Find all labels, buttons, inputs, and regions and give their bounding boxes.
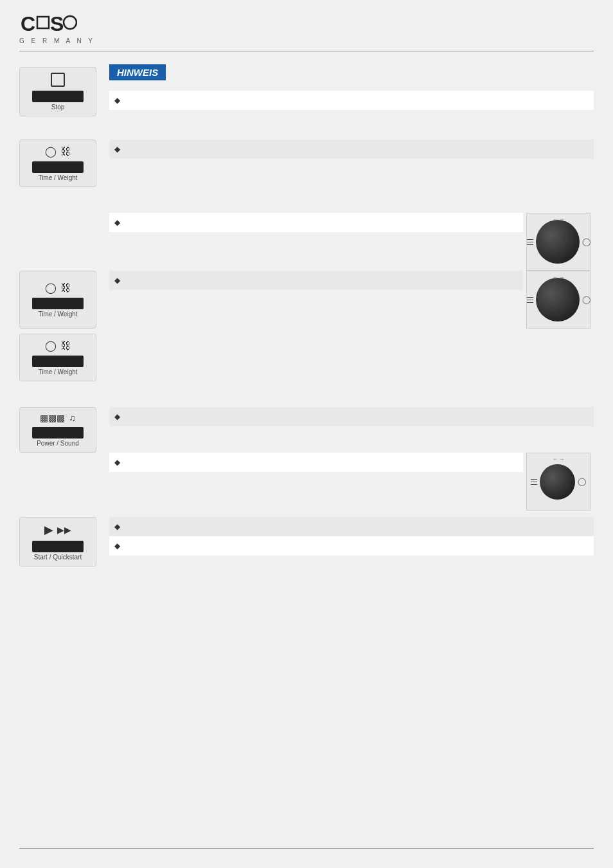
- ps-row-1: ◆: [109, 407, 594, 426]
- tw2-btn-row: ◯ ⛓ Time / Weight ◆ ← →: [19, 271, 594, 329]
- knob1-line3: [527, 244, 533, 245]
- sq-label: Start / Quickstart: [34, 554, 82, 561]
- knob3-inner: ◯: [531, 464, 586, 500]
- tw2-spacer: [19, 213, 109, 271]
- stop-icon: [51, 73, 65, 87]
- ps-content-2: ◆: [109, 453, 523, 511]
- svg-point-3: [64, 16, 76, 29]
- knob2-lines: [527, 297, 533, 303]
- time-weight-button-1[interactable]: ◯ ⛓ Time / Weight: [19, 140, 96, 187]
- knob3-lines: [531, 479, 537, 485]
- knob3-line3: [531, 484, 537, 485]
- tw3-content: [109, 334, 594, 381]
- clock-icon-1: ◯: [45, 145, 57, 158]
- tw2-row-2: ◆: [109, 271, 523, 290]
- person-icon-2: ⛓: [60, 282, 71, 294]
- tw3-label: Time / Weight: [38, 368, 77, 375]
- diamond-icon-7: ◆: [114, 522, 120, 531]
- section-start-quickstart: ▶ ▶▶ Start / Quickstart ◆ ◆: [19, 517, 594, 566]
- bars-icon: ▩▩▩: [40, 413, 65, 423]
- tw1-label: Time / Weight: [38, 174, 77, 181]
- stop-bar: [32, 91, 84, 102]
- clock-icon-3: ◯: [45, 339, 57, 352]
- stop-content: HINWEIS ◆: [109, 64, 594, 110]
- power-sound-button[interactable]: ▩▩▩ ♫ Power / Sound: [19, 407, 96, 453]
- svg-rect-1: [37, 17, 49, 28]
- person-icon-3: ⛓: [60, 340, 71, 352]
- knob2-line1: [527, 297, 533, 298]
- knob-box-1[interactable]: ← → ◯: [526, 213, 591, 271]
- ps-spacer: [19, 453, 109, 511]
- bottom-divider: [19, 848, 594, 849]
- knob2-line2: [527, 300, 533, 300]
- music-icon: ♫: [69, 413, 76, 423]
- diamond-icon-4: ◆: [114, 276, 120, 285]
- tw1-bar: [32, 161, 84, 173]
- section-power-sound: ▩▩▩ ♫ Power / Sound ◆ ◆: [19, 407, 594, 511]
- diamond-icon-5: ◆: [114, 412, 120, 421]
- knob2-line3: [527, 302, 533, 303]
- tw1-content: ◆: [109, 140, 594, 159]
- fast-forward-icon: ▶▶: [57, 525, 71, 535]
- knob-container-1: ← → ◯: [523, 213, 594, 271]
- person-icon-1: ⛓: [60, 146, 71, 158]
- section-time-weight-2: ◆ ← → ◯: [19, 213, 594, 329]
- tw1-icon-area: ◯ ⛓: [45, 145, 71, 158]
- svg-text:S: S: [50, 13, 64, 35]
- section-time-weight-3: ◯ ⛓ Time / Weight: [19, 334, 594, 381]
- ps-btn-row: ▩▩▩ ♫ Power / Sound ◆: [19, 407, 594, 453]
- hinweis-title: HINWEIS: [109, 64, 166, 80]
- header: C S G E R M A N Y: [19, 13, 594, 51]
- stop-button-box[interactable]: Stop: [19, 67, 96, 116]
- tw2-content-mid: ◆: [109, 271, 523, 329]
- tw2-icon-area: ◯ ⛓: [45, 282, 71, 294]
- stop-row-1: ◆: [109, 91, 594, 110]
- knob3-arrows: ← →: [553, 457, 564, 462]
- knob1-dial[interactable]: [536, 220, 580, 264]
- ps-icon-area: ▩▩▩ ♫: [40, 413, 76, 423]
- sq-row-1: ◆: [109, 517, 594, 536]
- knob-box-3[interactable]: ← → ◯: [526, 453, 591, 511]
- time-weight-button-3[interactable]: ◯ ⛓ Time / Weight: [19, 334, 96, 381]
- knob3-line2: [531, 482, 537, 482]
- header-divider: [19, 51, 594, 51]
- stop-label: Stop: [51, 104, 65, 111]
- sq-content: ◆ ◆: [109, 517, 594, 566]
- knob3-line1: [531, 479, 537, 480]
- knob1-inner: ◯: [527, 220, 591, 264]
- knob3-indicator: ◯: [578, 477, 586, 486]
- clock-icon-2: ◯: [45, 282, 57, 294]
- sq-icon-area: ▶ ▶▶: [44, 523, 71, 537]
- tw2-label: Time / Weight: [38, 311, 77, 318]
- start-quickstart-button[interactable]: ▶ ▶▶ Start / Quickstart: [19, 517, 96, 566]
- time-weight-button-2[interactable]: ◯ ⛓ Time / Weight: [19, 271, 96, 329]
- knob2-dial[interactable]: [536, 278, 580, 321]
- tw2-bar: [32, 298, 84, 309]
- ps-content: ◆: [109, 407, 594, 453]
- knob1-indicator: ◯: [582, 237, 591, 246]
- knob1-line2: [527, 242, 533, 242]
- diamond-icon-3: ◆: [114, 218, 120, 227]
- knob1-lines: [527, 239, 533, 245]
- ps-row2-wrapper: ◆ ← → ◯: [19, 453, 594, 511]
- play-icon: ▶: [44, 523, 53, 537]
- ps-bar: [32, 427, 84, 439]
- section-stop: Stop HINWEIS ◆: [19, 64, 594, 116]
- knob-container-3: ← → ◯: [523, 453, 594, 511]
- logo-area: C S G E R M A N Y: [19, 13, 594, 44]
- diamond-icon-8: ◆: [114, 541, 120, 550]
- tw2-row-wrapper: ◆ ← → ◯: [19, 213, 594, 271]
- diamond-icon-2: ◆: [114, 145, 120, 154]
- knob1-line1: [527, 239, 533, 240]
- knob3-dial[interactable]: [540, 464, 575, 500]
- tw3-icon-area: ◯ ⛓: [45, 339, 71, 352]
- knob-box-2[interactable]: ← → ◯: [526, 271, 591, 329]
- knob2-inner: ◯: [527, 278, 591, 321]
- tw2-content-top: ◆: [109, 213, 523, 271]
- tw3-bar: [32, 356, 84, 367]
- diamond-icon-1: ◆: [114, 96, 120, 105]
- germany-label: G E R M A N Y: [19, 37, 594, 44]
- tw2-row-1: ◆: [109, 213, 523, 232]
- sq-row-2: ◆: [109, 536, 594, 556]
- page: C S G E R M A N Y Stop HINW: [0, 0, 613, 868]
